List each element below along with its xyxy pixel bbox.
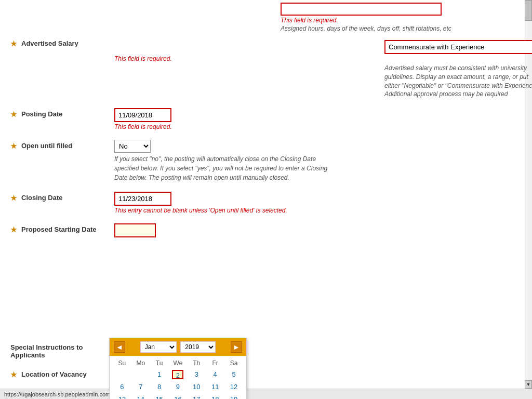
cal-header-sa: Sa — [224, 358, 243, 368]
advertised-salary-row: ★ Advertised Salary This field is requir… — [10, 37, 506, 99]
proposed-starting-content: ◄ JanFebMar AprMayJun JulAugSep OctNovDe… — [114, 223, 506, 237]
salary-required-star: ★ — [10, 39, 17, 48]
calendar-day-link[interactable]: 15 — [154, 395, 165, 399]
location-star: ★ — [10, 370, 17, 379]
calendar-day-link[interactable]: 18 — [209, 395, 221, 399]
calendar-day-link[interactable]: 1 — [154, 370, 165, 379]
calendar-day-link[interactable]: 16 — [172, 395, 183, 399]
page-wrapper: ▲ ▼ This field is required. Assigned hou… — [0, 0, 532, 399]
calendar-day-cell[interactable]: 7 — [131, 381, 150, 393]
posting-date-row: ★ Posting Date This field is required. — [10, 108, 506, 130]
calendar-day-cell[interactable]: 14 — [131, 393, 150, 399]
open-until-select[interactable]: No Yes — [114, 140, 151, 153]
calendar-day-cell[interactable]: 16 — [169, 393, 188, 399]
calendar-day-cell[interactable]: 8 — [150, 381, 169, 393]
salary-required-message: This field is required. — [114, 55, 532, 62]
open-until-filled-label: Open until filled — [21, 142, 72, 150]
proposed-starting-input[interactable] — [114, 223, 156, 237]
calendar-day-cell[interactable]: 17 — [187, 393, 206, 399]
cal-header-th: Th — [187, 358, 206, 368]
calendar-day-link[interactable]: 12 — [228, 382, 240, 392]
calendar-day-cell[interactable]: 11 — [206, 381, 224, 393]
calendar-day-link[interactable]: 8 — [154, 382, 165, 392]
hours-textarea[interactable] — [281, 3, 442, 16]
posting-date-required: This field is required. — [114, 123, 506, 130]
calendar-day-cell[interactable]: 15 — [150, 393, 169, 399]
calendar-week-row: 12345 — [113, 368, 243, 381]
calendar-month-select[interactable]: JanFebMar AprMayJun JulAugSep OctNovDec — [140, 341, 177, 353]
location-vacancy-label-cell: ★ Location of Vacancy — [10, 368, 114, 379]
calendar-day-link[interactable]: 9 — [172, 382, 183, 392]
calendar-day-link[interactable]: 7 — [135, 382, 147, 392]
calendar-grid: Su Mo Tu We Th Fr Sa — [113, 358, 243, 399]
calendar-header: ◄ JanFebMar AprMayJun JulAugSep OctNovDe… — [110, 338, 246, 356]
special-instructions-label-cell: Special Instructions to Applicants — [10, 341, 114, 359]
calendar-week-row: 6789101112 — [113, 381, 243, 393]
proposed-starting-label-cell: ★ Proposed Starting Date — [10, 223, 114, 234]
posting-date-label: Posting Date — [21, 110, 62, 118]
calendar-day-cell[interactable]: 10 — [187, 381, 206, 393]
top-hint-text: Assigned hours, days of the week, days o… — [281, 25, 506, 32]
closing-date-star: ★ — [10, 194, 17, 202]
status-bar: https://ugajobsearch-sb.peopleadmin.com/… — [0, 389, 532, 399]
calendar-day-cell[interactable]: 4 — [206, 368, 224, 381]
calendar-day-link[interactable]: 5 — [228, 370, 240, 379]
advertised-salary-label: Advertised Salary — [21, 39, 78, 47]
advertised-salary-label-cell: ★ Advertised Salary — [10, 37, 114, 48]
special-instructions-label: Special Instructions to Applicants — [10, 343, 114, 359]
cal-header-fr: Fr — [206, 358, 224, 368]
location-vacancy-row: ★ Location of Vacancy Please select — [10, 368, 506, 383]
calendar-year-select[interactable]: 2018 2019 2020 2021 — [180, 341, 216, 353]
calendar-day-link[interactable]: 14 — [135, 395, 147, 399]
calendar-day-link[interactable]: 17 — [191, 395, 202, 399]
closing-date-input[interactable] — [114, 192, 171, 206]
calendar-day-cell[interactable]: 1 — [150, 368, 169, 381]
location-vacancy-label: Location of Vacancy — [21, 370, 87, 378]
calendar-day-cell[interactable]: 18 — [206, 393, 224, 399]
calendar-day-link[interactable]: 10 — [191, 382, 202, 392]
calendar-day-link[interactable]: 4 — [209, 370, 221, 379]
calendar-prev-btn[interactable]: ◄ — [114, 341, 125, 353]
posting-date-star: ★ — [10, 110, 17, 118]
calendar-next-btn[interactable]: ► — [231, 341, 242, 353]
salary-hint-text: Advertised salary must be consistent wit… — [384, 64, 532, 99]
proposed-starting-date-row: ★ Proposed Starting Date ◄ JanFebMar Apr… — [10, 223, 506, 237]
calendar-day-link[interactable]: 3 — [191, 370, 202, 379]
closing-date-error: This entry cannot be blank unless 'Open … — [114, 207, 506, 214]
closing-date-label-cell: ★ Closing Date — [10, 192, 114, 202]
calendar-day-link[interactable]: 6 — [116, 382, 128, 392]
posting-date-content: This field is required. — [114, 108, 506, 130]
calendar-day-cell[interactable]: 2 — [169, 368, 188, 381]
closing-date-content: This entry cannot be blank unless 'Open … — [114, 192, 506, 214]
cal-header-su: Su — [113, 358, 131, 368]
cal-header-we: We — [169, 358, 188, 368]
posting-date-input[interactable] — [114, 108, 171, 122]
open-until-star: ★ — [10, 142, 17, 150]
calendar-day-cell[interactable]: 9 — [169, 381, 188, 393]
top-section: This field is required. Assigned hours, … — [10, 0, 506, 32]
cal-header-tu: Tu — [150, 358, 169, 368]
calendar-day-link[interactable]: 13 — [116, 395, 128, 399]
proposed-starting-label: Proposed Starting Date — [21, 225, 96, 233]
calendar-day-link[interactable]: 19 — [228, 395, 240, 399]
calendar-day-link[interactable]: 2 — [172, 370, 183, 379]
calendar-day-cell[interactable]: 3 — [187, 368, 206, 381]
calendar-day-cell[interactable]: 5 — [224, 368, 243, 381]
salary-input[interactable] — [384, 40, 532, 54]
calendar-popup: ◄ JanFebMar AprMayJun JulAugSep OctNovDe… — [109, 338, 247, 399]
calendar-day-cell[interactable]: 13 — [113, 393, 131, 399]
calendar-day-link[interactable]: 11 — [209, 382, 221, 392]
calendar-day-cell[interactable]: 6 — [113, 381, 131, 393]
open-until-filled-row: ★ Open until filled No Yes If you select… — [10, 140, 506, 182]
calendar-month-year: JanFebMar AprMayJun JulAugSep OctNovDec … — [140, 341, 216, 353]
special-instructions-row: Special Instructions to Applicants — [10, 341, 506, 359]
calendar-body: Su Mo Tu We Th Fr Sa — [110, 356, 246, 399]
calendar-day-cell[interactable]: 19 — [224, 393, 243, 399]
closing-date-row: ★ Closing Date This entry cannot be blan… — [10, 192, 506, 214]
open-until-content: No Yes If you select "no", the posting w… — [114, 140, 506, 182]
open-until-hint: If you select "no", the posting will aut… — [114, 154, 332, 182]
calendar-day-cell[interactable]: 12 — [224, 381, 243, 393]
posting-date-label-cell: ★ Posting Date — [10, 108, 114, 118]
main-content: This field is required. Assigned hours, … — [0, 0, 532, 399]
calendar-week-row: 13141516171819 — [113, 393, 243, 399]
